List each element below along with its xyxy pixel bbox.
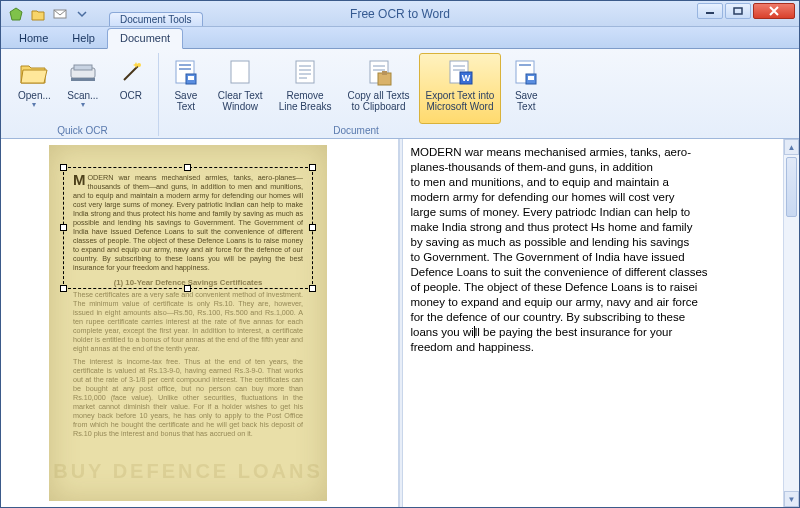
group-document-label: Document	[163, 124, 549, 136]
ribbon-tabs: Home Help Document	[1, 27, 799, 49]
svg-rect-33	[528, 76, 534, 80]
window-controls	[697, 3, 795, 19]
scroll-down-arrow[interactable]: ▼	[784, 491, 799, 507]
copy-to-clipboard-button[interactable]: Copy all Texts to Clipboard	[340, 53, 416, 124]
scroll-thumb[interactable]	[786, 157, 797, 217]
clipboard-icon	[363, 56, 395, 88]
svg-rect-13	[188, 76, 194, 80]
minimize-button[interactable]	[697, 3, 723, 19]
svg-rect-15	[296, 61, 314, 83]
quick-access-toolbar	[1, 1, 97, 26]
lines-icon	[289, 56, 321, 88]
group-document: Save Text Clear Text Window Remove Line …	[159, 53, 553, 136]
resize-handle-se[interactable]	[309, 285, 316, 292]
copy-clip-label: Copy all Texts to Clipboard	[347, 90, 409, 112]
scanner-icon	[67, 56, 99, 88]
content-area: MODERN war means mechanised armies, tank…	[1, 139, 799, 507]
save-text-label: Save Text	[174, 90, 197, 112]
remove-line-breaks-button[interactable]: Remove Line Breaks	[272, 53, 339, 124]
text-caret	[474, 326, 475, 338]
save-icon	[170, 56, 202, 88]
export-word-label: Export Text into Microsoft Word	[426, 90, 495, 112]
save-text-button[interactable]: Save Text	[163, 53, 209, 124]
svg-line-7	[124, 66, 138, 80]
svg-rect-14	[231, 61, 249, 83]
word-export-icon: W	[444, 56, 476, 88]
tab-help[interactable]: Help	[60, 29, 107, 48]
dropdown-icon: ▾	[81, 101, 85, 109]
qat-app-icon[interactable]	[7, 5, 25, 23]
resize-handle-w[interactable]	[60, 224, 67, 231]
export-to-word-button[interactable]: W Export Text into Microsoft Word	[419, 53, 502, 124]
resize-handle-ne[interactable]	[309, 164, 316, 171]
qat-dropdown-icon[interactable]	[73, 5, 91, 23]
text-pane: MODERN war means mechanised armies, tank…	[403, 139, 800, 507]
image-pane[interactable]: MODERN war means mechanised armies, tank…	[1, 139, 399, 507]
ocr-button[interactable]: OCR	[108, 53, 154, 124]
ocr-output-textarea[interactable]: MODERN war means mechanised armies, tank…	[403, 139, 784, 507]
maximize-button[interactable]	[725, 3, 751, 19]
group-quick-ocr: Open... ▾ Scan... ▾ OCR Quick OCR	[7, 53, 159, 136]
vertical-scrollbar[interactable]: ▲ ▼	[783, 139, 799, 507]
save-icon	[510, 56, 542, 88]
resize-handle-n[interactable]	[184, 164, 191, 171]
save-text2-label: Save Text	[515, 90, 538, 112]
scan-para2: These certificates are a very safe and c…	[73, 290, 303, 353]
group-quick-ocr-label: Quick OCR	[11, 124, 154, 136]
blank-page-icon	[224, 56, 256, 88]
svg-marker-0	[10, 8, 22, 20]
resize-handle-nw[interactable]	[60, 164, 67, 171]
svg-rect-11	[179, 68, 191, 70]
remove-breaks-label: Remove Line Breaks	[279, 90, 332, 112]
resize-handle-s[interactable]	[184, 285, 191, 292]
svg-text:W: W	[462, 73, 471, 83]
save-text-button-2[interactable]: Save Text	[503, 53, 549, 124]
resize-handle-e[interactable]	[309, 224, 316, 231]
ribbon: Open... ▾ Scan... ▾ OCR Quick OCR Save T…	[1, 49, 799, 139]
ocr-label: OCR	[120, 90, 142, 101]
resize-handle-sw[interactable]	[60, 285, 67, 292]
clear-text-button[interactable]: Clear Text Window	[211, 53, 270, 124]
open-button[interactable]: Open... ▾	[11, 53, 58, 124]
close-button[interactable]	[753, 3, 795, 19]
wand-icon	[115, 56, 147, 88]
scan-para3: The interest is income-tax free. Thus at…	[73, 357, 303, 438]
tab-document[interactable]: Document	[107, 28, 183, 49]
scan-button[interactable]: Scan... ▾	[60, 53, 106, 124]
svg-rect-10	[179, 64, 191, 66]
clear-text-label: Clear Text Window	[218, 90, 263, 112]
scroll-up-arrow[interactable]: ▲	[784, 139, 799, 155]
svg-rect-24	[382, 71, 387, 75]
svg-rect-3	[734, 8, 742, 14]
ocr-output-text: MODERN war means mechanised armies, tank…	[411, 146, 708, 353]
context-label-text: Document Tools	[109, 12, 203, 26]
titlebar: Document Tools Free OCR to Word	[1, 1, 799, 27]
scan-watermark: BUY DEFENCE LOANS	[49, 460, 327, 483]
tab-home[interactable]: Home	[7, 29, 60, 48]
contextual-tab-label: Document Tools	[109, 1, 203, 26]
qat-mail-icon[interactable]	[51, 5, 69, 23]
dropdown-icon: ▾	[32, 101, 36, 109]
svg-rect-5	[74, 65, 92, 70]
folder-open-icon	[18, 56, 50, 88]
qat-open-icon[interactable]	[29, 5, 47, 23]
ocr-selection-marquee[interactable]	[63, 167, 313, 289]
svg-rect-6	[71, 78, 95, 81]
svg-rect-31	[519, 64, 531, 66]
